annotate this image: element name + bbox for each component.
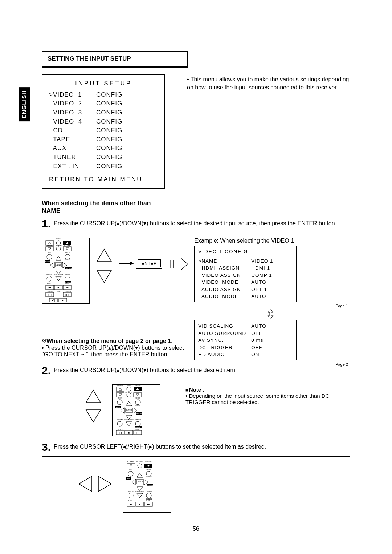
step-number: 3. bbox=[42, 442, 51, 453]
cfg-value: 0 ms bbox=[251, 337, 263, 344]
cfg-colon: : bbox=[245, 337, 251, 344]
svg-text:◂◂: ◂◂ bbox=[119, 431, 122, 434]
svg-point-51 bbox=[127, 387, 131, 391]
cfg-label: VID SCALING bbox=[198, 323, 245, 330]
svg-rect-6 bbox=[63, 247, 71, 251]
cfg-value: OFF bbox=[251, 344, 262, 351]
svg-text:PRESET –: PRESET – bbox=[46, 290, 53, 292]
triangle-up-icon bbox=[85, 389, 101, 403]
svg-text:■: ■ bbox=[128, 431, 130, 434]
transition-arrow-icon bbox=[167, 258, 188, 270]
svg-text:▸▸: ▸▸ bbox=[66, 286, 69, 289]
arrow-right-icon bbox=[119, 261, 134, 266]
svg-text:TEST: TEST bbox=[118, 397, 122, 399]
cfg-label: AUDIO ASSIGN bbox=[198, 286, 245, 293]
svg-text:◂◂◂: ◂◂◂ bbox=[48, 293, 52, 296]
svg-point-21 bbox=[47, 276, 52, 281]
remote-control-icon: CHANNEL CH LEVEL VOLUME TEST SETUP ENTER… bbox=[123, 461, 171, 513]
svg-text:ENTER: ENTER bbox=[126, 409, 132, 411]
lcd-row-label: EXT . IN bbox=[49, 162, 96, 171]
triangle-right-icon bbox=[98, 476, 112, 492]
lcd-row-label: VIDEO 4 bbox=[49, 117, 96, 126]
lcd-sub-header: VIDEO 1 CONFIG bbox=[198, 248, 293, 255]
cfg-value: OFF bbox=[251, 330, 262, 337]
lcd-row-value: CONFIG bbox=[96, 162, 122, 171]
note-text: Depending on the input source, some item… bbox=[185, 393, 329, 405]
svg-point-61 bbox=[135, 400, 140, 405]
step-2: 2. Press the CURSOR UP(▴)/DOWN(▾) button… bbox=[42, 367, 350, 376]
svg-text:TUNE +: TUNE + bbox=[65, 283, 70, 285]
cfg-colon: : bbox=[245, 344, 251, 351]
svg-text:▸▸▸: ▸▸▸ bbox=[65, 293, 69, 296]
page-indicator: Page 1 bbox=[194, 304, 350, 308]
svg-point-58 bbox=[127, 393, 131, 397]
cfg-value: HDMI 1 bbox=[251, 264, 270, 272]
lcd-row-label: TUNER bbox=[49, 153, 96, 162]
cfg-colon: : bbox=[245, 351, 251, 358]
top-row: INPUT SETUP >VIDEO 1CONFIG VIDEO 2CONFIG… bbox=[42, 74, 350, 189]
triangle-down-icon bbox=[96, 270, 112, 283]
step2-figure-row: MUTE CHANNEL CH LEVEL VOLUME TEST SETUP … bbox=[85, 384, 350, 436]
svg-rect-57 bbox=[116, 393, 124, 397]
svg-point-22 bbox=[65, 276, 70, 281]
svg-text:SEARCH MODE: SEARCH MODE bbox=[54, 274, 64, 275]
cfg-value: VIDEO 1 bbox=[251, 258, 273, 265]
svg-text:TUNE –: TUNE – bbox=[128, 500, 134, 502]
cfg-label: >NAME bbox=[198, 258, 245, 265]
svg-point-104 bbox=[146, 493, 151, 498]
svg-text:CHANNEL: CHANNEL bbox=[116, 385, 123, 386]
svg-text:▸▸: ▸▸ bbox=[136, 431, 139, 434]
triangle-left-icon bbox=[78, 476, 93, 492]
page-indicator: Page 2 bbox=[194, 362, 350, 367]
cfg-colon: : bbox=[245, 330, 251, 337]
cfg-label: VIDEO ASSIGN bbox=[198, 272, 245, 279]
svg-text:TEST: TEST bbox=[48, 252, 52, 254]
lcd-row-value: CONFIG bbox=[96, 135, 122, 144]
step-text: Press the CURSOR UP(▴)/DOWN(▾) buttons t… bbox=[54, 367, 237, 373]
step-text: Press the CURSOR LEFT(◂)/RIGHT(▸) button… bbox=[54, 443, 266, 450]
lcd-row-label: VIDEO 2 bbox=[49, 99, 96, 108]
cfg-colon: : bbox=[245, 293, 251, 300]
svg-text:SELECT: SELECT bbox=[146, 476, 152, 478]
lcd-config-page1: VIDEO 1 CONFIG >NAME:VIDEO 1 HDMI ASSIGN… bbox=[194, 246, 297, 302]
lcd-row-value: CONFIG bbox=[96, 99, 122, 108]
svg-text:DISPLAY: DISPLAY bbox=[128, 490, 134, 492]
svg-rect-86 bbox=[127, 464, 135, 468]
section-title: SETTING THE INPUT SETUP bbox=[42, 51, 188, 68]
svg-point-11 bbox=[65, 254, 70, 259]
lcd-input-setup: INPUT SETUP >VIDEO 1CONFIG VIDEO 2CONFIG… bbox=[42, 74, 165, 189]
lcd-footer: RETURN TO MAIN MENU bbox=[49, 175, 158, 184]
lcd-row-value: CONFIG bbox=[96, 153, 122, 162]
cfg-colon: : bbox=[245, 279, 251, 286]
svg-point-5 bbox=[56, 247, 61, 251]
lcd-row-value: CONFIG bbox=[96, 108, 122, 117]
enter-button-icon: ENTER bbox=[138, 259, 161, 267]
remote-control-icon: MUTE CHANNEL CH LEVEL VOLUME TEST SETUP … bbox=[42, 238, 90, 304]
step3-figure-row: CHANNEL CH LEVEL VOLUME TEST SETUP ENTER… bbox=[78, 461, 350, 513]
cfg-value: OPT 1 bbox=[251, 286, 267, 293]
cfg-colon: : bbox=[245, 258, 251, 265]
up-down-triangles-icon bbox=[96, 238, 112, 283]
cfg-colon: : bbox=[245, 264, 251, 272]
svg-text:RETURN: RETURN bbox=[136, 413, 142, 415]
svg-rect-49 bbox=[171, 260, 173, 268]
left-right-triangles-icon bbox=[78, 461, 112, 492]
prefix-symbol: ※ bbox=[42, 338, 46, 344]
triangle-down-icon bbox=[85, 409, 101, 423]
lcd-config-page2: VID SCALING:AUTO AUTO SURROUND:OFF AV SY… bbox=[194, 320, 297, 360]
cfg-label: VIDEO MODE bbox=[198, 279, 245, 286]
svg-text:SETUP: SETUP bbox=[135, 397, 140, 399]
svg-text:SELECT: SELECT bbox=[65, 259, 70, 261]
svg-text:PRESET +: PRESET + bbox=[64, 290, 71, 292]
svg-text:RETURN: RETURN bbox=[147, 484, 153, 486]
svg-text:■: ■ bbox=[139, 503, 141, 506]
svg-text:TUNE –: TUNE – bbox=[117, 428, 123, 430]
svg-text:SELECT: SELECT bbox=[135, 404, 141, 406]
top-description: This menu allows you to make the various… bbox=[187, 74, 350, 92]
svg-text:TUNE +: TUNE + bbox=[135, 428, 141, 430]
svg-text:ENTER: ENTER bbox=[137, 481, 143, 483]
cfg-colon: : bbox=[245, 323, 251, 330]
svg-text:CH LEVEL: CH LEVEL bbox=[55, 244, 62, 246]
lcd-row-label: TAPE bbox=[49, 135, 96, 144]
lcd-row-value: CONFIG bbox=[96, 90, 122, 100]
